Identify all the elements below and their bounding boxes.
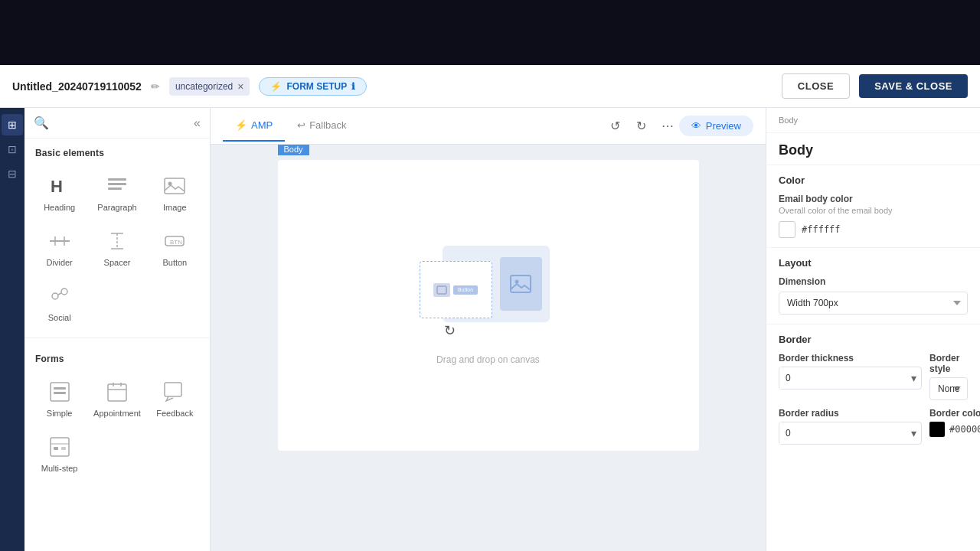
simple-form-icon (46, 378, 74, 406)
section-divider (24, 337, 210, 338)
border-style-label: Border style (929, 353, 968, 374)
border-radius-col: Border radius ▾ (779, 408, 922, 445)
border-color-col: Border color #000000 (929, 408, 980, 445)
thickness-value-input[interactable] (779, 367, 906, 389)
drag-drop-text: Drag and drop on canvas (436, 354, 540, 365)
spacer-label: Spacer (104, 258, 131, 267)
header: Untitled_20240719110052 ✏ uncategorized … (0, 65, 980, 108)
search-icon[interactable]: 🔍 (34, 116, 49, 130)
element-paragraph[interactable]: Paragraph (90, 166, 144, 218)
props-border-section: Border Border thickness ▾ (766, 324, 980, 454)
element-button[interactable]: BTN Button (148, 221, 202, 273)
svg-point-14 (52, 293, 58, 299)
color-swatch[interactable] (779, 221, 795, 238)
heading-label: Heading (44, 203, 75, 212)
svg-rect-2 (108, 183, 126, 185)
sidebar-item-layers[interactable]: ⊞ (2, 114, 23, 135)
radius-value-input[interactable] (779, 422, 906, 444)
props-color-section: Color Email body color Overall color of … (766, 165, 980, 247)
color-row: #ffffff (779, 221, 968, 238)
edit-icon[interactable]: ✏ (151, 80, 160, 93)
dimension-label: Dimension (779, 276, 968, 287)
collapse-icon[interactable]: « (194, 116, 201, 130)
border-color-value: #000000 (949, 424, 980, 435)
element-image[interactable]: Image (148, 166, 202, 218)
element-appointment[interactable]: Appointment (90, 372, 144, 424)
multistep-icon (46, 433, 74, 461)
form-setup-label: FORM SETUP (286, 81, 347, 92)
svg-rect-24 (165, 383, 181, 396)
illus-mini-img (433, 283, 450, 297)
redo-button[interactable]: ↻ (630, 115, 653, 138)
svg-rect-25 (51, 438, 69, 456)
border-bottom-row: Border radius ▾ Border color (779, 408, 968, 445)
illustration-image-placeholder (500, 257, 542, 311)
radius-arrow[interactable]: ▾ (906, 427, 921, 439)
border-radius-input[interactable]: ▾ (779, 422, 922, 445)
tab-fallback[interactable]: ↩ Fallback (285, 110, 358, 142)
element-multistep[interactable]: Multi-step (32, 427, 87, 479)
border-thickness-label: Border thickness (779, 353, 922, 364)
element-divider[interactable]: Divider (32, 221, 87, 273)
social-icon (46, 282, 74, 310)
form-setup-badge[interactable]: ⚡ FORM SETUP ℹ (259, 77, 367, 96)
multistep-label: Multi-step (41, 464, 78, 473)
tag-close-icon[interactable]: × (237, 80, 243, 93)
sidebar-item-settings[interactable]: ⊟ (2, 163, 23, 184)
fallback-tab-icon: ↩ (297, 119, 305, 131)
dimension-select[interactable]: Width 700px (779, 292, 968, 315)
thickness-arrow[interactable]: ▾ (906, 372, 921, 384)
svg-rect-19 (54, 392, 66, 394)
feedback-label: Feedback (156, 409, 193, 418)
svg-point-15 (61, 289, 67, 295)
svg-rect-20 (108, 384, 126, 401)
element-simple[interactable]: Simple (32, 372, 87, 424)
preview-label: Preview (706, 120, 741, 132)
divider-icon (46, 227, 74, 255)
border-color-label: Border color (929, 408, 980, 419)
tag-uncategorized: uncategorized × (169, 77, 250, 96)
sidebar-item-elements[interactable]: ⊡ (2, 139, 23, 160)
button-icon: BTN (161, 227, 188, 255)
undo-button[interactable]: ↺ (604, 115, 627, 138)
props-layout-section: Layout Dimension Width 700px (766, 247, 980, 324)
illus-mini-btn: Button (453, 285, 478, 295)
illustration-front-card: Button (420, 261, 492, 318)
element-social[interactable]: Social (32, 276, 87, 328)
body-tag-label: Body (278, 145, 309, 155)
element-feedback[interactable]: Feedback (148, 372, 202, 424)
paragraph-label: Paragraph (97, 203, 136, 212)
email-body-color-desc: Overall color of the email body (779, 206, 968, 215)
border-style-select[interactable]: None Solid Dashed (929, 377, 968, 400)
svg-rect-4 (165, 178, 185, 194)
illus-btn-row: Button (433, 283, 478, 297)
close-button[interactable]: CLOSE (782, 73, 850, 99)
svg-rect-29 (511, 276, 531, 292)
element-heading[interactable]: H Heading (32, 166, 87, 218)
tag-label: uncategorized (175, 81, 233, 92)
save-close-button[interactable]: SAVE & CLOSE (859, 74, 968, 98)
canvas-tabs: ⚡ AMP ↩ Fallback (223, 110, 604, 142)
border-thickness-col: Border thickness ▾ (779, 353, 922, 400)
elements-panel-header: 🔍 « (24, 108, 210, 139)
border-color-swatch[interactable] (929, 422, 945, 437)
elements-panel: 🔍 « Basic elements H Heading (24, 108, 211, 551)
border-thickness-input[interactable]: ▾ (779, 367, 922, 390)
canvas-body: Body (211, 145, 766, 551)
image-label: Image (163, 203, 187, 212)
amp-icon: ⚡ (270, 81, 282, 92)
divider-label: Divider (47, 258, 73, 267)
svg-line-16 (58, 293, 61, 295)
layout-section-title: Layout (779, 257, 968, 269)
amp-tab-label: AMP (251, 119, 273, 131)
eye-icon: 👁 (691, 120, 701, 132)
element-spacer[interactable]: Spacer (90, 221, 144, 273)
color-section-title: Color (779, 174, 968, 186)
paragraph-icon (103, 172, 131, 200)
fallback-tab-label: Fallback (309, 119, 346, 131)
svg-rect-18 (54, 387, 66, 390)
tab-amp[interactable]: ⚡ AMP (223, 110, 285, 142)
canvas-content-area[interactable]: Button ↻ Drag and drop on canvas (278, 160, 699, 451)
preview-button[interactable]: 👁 Preview (679, 116, 753, 136)
more-button[interactable]: ⋯ (656, 115, 679, 138)
